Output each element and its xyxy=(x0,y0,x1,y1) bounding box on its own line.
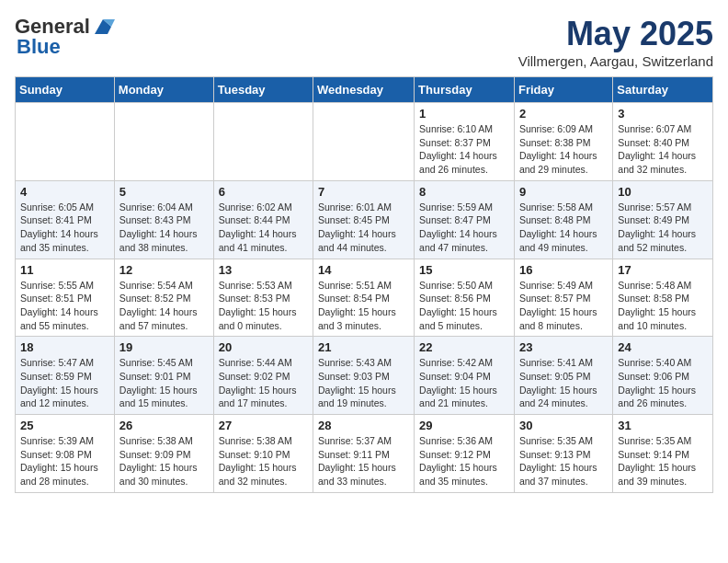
day-number: 8 xyxy=(419,185,509,199)
day-number: 28 xyxy=(318,419,409,432)
calendar-header-tuesday: Tuesday xyxy=(213,77,313,103)
calendar-cell: 3Sunrise: 6:07 AMSunset: 8:40 PMDaylight… xyxy=(613,103,713,181)
calendar-cell: 18Sunrise: 5:47 AMSunset: 8:59 PMDayligh… xyxy=(16,337,115,415)
day-number: 13 xyxy=(219,263,308,277)
day-number: 24 xyxy=(618,340,708,354)
day-number: 26 xyxy=(119,419,209,432)
logo-icon xyxy=(91,17,115,36)
calendar-cell: 1Sunrise: 6:10 AMSunset: 8:37 PMDaylight… xyxy=(415,103,515,181)
day-number: 22 xyxy=(419,340,509,354)
calendar-cell xyxy=(313,103,415,181)
day-number: 3 xyxy=(618,107,708,121)
calendar-header-wednesday: Wednesday xyxy=(313,77,415,103)
calendar-table: SundayMondayTuesdayWednesdayThursdayFrid… xyxy=(15,76,713,493)
day-number: 16 xyxy=(519,263,608,277)
calendar-cell: 21Sunrise: 5:43 AMSunset: 9:03 PMDayligh… xyxy=(313,337,415,415)
day-number: 15 xyxy=(419,263,509,277)
day-number: 6 xyxy=(219,185,308,199)
calendar-cell: 2Sunrise: 6:09 AMSunset: 8:38 PMDaylight… xyxy=(514,103,612,181)
calendar-cell: 8Sunrise: 5:59 AMSunset: 8:47 PMDaylight… xyxy=(415,180,515,259)
calendar-cell: 6Sunrise: 6:02 AMSunset: 8:44 PMDaylight… xyxy=(213,180,313,259)
day-number: 9 xyxy=(519,185,608,199)
calendar-cell: 15Sunrise: 5:50 AMSunset: 8:56 PMDayligh… xyxy=(415,259,515,337)
calendar-cell: 31Sunrise: 5:35 AMSunset: 9:14 PMDayligh… xyxy=(613,415,713,493)
day-number: 12 xyxy=(119,263,209,277)
calendar-cell: 28Sunrise: 5:37 AMSunset: 9:11 PMDayligh… xyxy=(313,415,415,493)
day-number: 10 xyxy=(618,185,708,199)
day-info: Sunrise: 5:57 AMSunset: 8:49 PMDaylight:… xyxy=(618,201,708,255)
calendar-header-monday: Monday xyxy=(114,77,213,103)
day-number: 11 xyxy=(20,263,109,277)
calendar-cell: 19Sunrise: 5:45 AMSunset: 9:01 PMDayligh… xyxy=(114,337,213,415)
day-info: Sunrise: 5:36 AMSunset: 9:12 PMDaylight:… xyxy=(419,434,509,488)
day-number: 7 xyxy=(318,185,409,199)
logo: General Blue xyxy=(15,15,116,59)
calendar-header-friday: Friday xyxy=(514,77,612,103)
day-info: Sunrise: 5:55 AMSunset: 8:51 PMDaylight:… xyxy=(20,279,109,333)
day-number: 21 xyxy=(318,340,409,354)
calendar-cell: 13Sunrise: 5:53 AMSunset: 8:53 PMDayligh… xyxy=(213,259,313,337)
day-number: 20 xyxy=(219,340,308,354)
day-info: Sunrise: 5:45 AMSunset: 9:01 PMDaylight:… xyxy=(119,356,209,410)
location: Villmergen, Aargau, Switzerland xyxy=(518,53,713,69)
calendar-cell: 17Sunrise: 5:48 AMSunset: 8:58 PMDayligh… xyxy=(613,259,713,337)
calendar-cell: 12Sunrise: 5:54 AMSunset: 8:52 PMDayligh… xyxy=(114,259,213,337)
day-info: Sunrise: 5:43 AMSunset: 9:03 PMDaylight:… xyxy=(318,356,409,410)
calendar-cell xyxy=(16,103,115,181)
day-info: Sunrise: 5:38 AMSunset: 9:09 PMDaylight:… xyxy=(119,434,209,488)
calendar-cell: 14Sunrise: 5:51 AMSunset: 8:54 PMDayligh… xyxy=(313,259,415,337)
day-info: Sunrise: 6:09 AMSunset: 8:38 PMDaylight:… xyxy=(519,122,608,177)
day-info: Sunrise: 5:39 AMSunset: 9:08 PMDaylight:… xyxy=(20,434,109,488)
calendar-header-saturday: Saturday xyxy=(613,77,713,103)
calendar-cell: 27Sunrise: 5:38 AMSunset: 9:10 PMDayligh… xyxy=(213,415,313,493)
page-header: General Blue May 2025 Villmergen, Aargau… xyxy=(15,15,713,69)
calendar-cell: 5Sunrise: 6:04 AMSunset: 8:43 PMDaylight… xyxy=(114,180,213,259)
calendar-cell: 24Sunrise: 5:40 AMSunset: 9:06 PMDayligh… xyxy=(613,337,713,415)
day-info: Sunrise: 5:35 AMSunset: 9:14 PMDaylight:… xyxy=(618,434,708,488)
calendar-cell: 22Sunrise: 5:42 AMSunset: 9:04 PMDayligh… xyxy=(415,337,515,415)
day-number: 23 xyxy=(519,340,608,354)
day-info: Sunrise: 5:44 AMSunset: 9:02 PMDaylight:… xyxy=(219,356,308,410)
day-number: 1 xyxy=(419,107,509,121)
day-number: 29 xyxy=(419,419,509,432)
calendar-week-4: 18Sunrise: 5:47 AMSunset: 8:59 PMDayligh… xyxy=(16,337,713,415)
calendar-cell: 10Sunrise: 5:57 AMSunset: 8:49 PMDayligh… xyxy=(613,180,713,259)
calendar-header-thursday: Thursday xyxy=(415,77,515,103)
calendar-cell: 9Sunrise: 5:58 AMSunset: 8:48 PMDaylight… xyxy=(514,180,612,259)
calendar-cell xyxy=(213,103,313,181)
logo-blue: Blue xyxy=(17,35,61,59)
day-info: Sunrise: 5:50 AMSunset: 8:56 PMDaylight:… xyxy=(419,279,509,333)
calendar-cell: 20Sunrise: 5:44 AMSunset: 9:02 PMDayligh… xyxy=(213,337,313,415)
day-info: Sunrise: 6:05 AMSunset: 8:41 PMDaylight:… xyxy=(20,201,109,255)
day-info: Sunrise: 5:38 AMSunset: 9:10 PMDaylight:… xyxy=(219,434,308,488)
day-info: Sunrise: 6:04 AMSunset: 8:43 PMDaylight:… xyxy=(119,201,209,255)
day-number: 30 xyxy=(519,419,608,432)
day-number: 4 xyxy=(20,185,109,199)
day-info: Sunrise: 5:51 AMSunset: 8:54 PMDaylight:… xyxy=(318,279,409,333)
day-info: Sunrise: 5:37 AMSunset: 9:11 PMDaylight:… xyxy=(318,434,409,488)
calendar-cell: 29Sunrise: 5:36 AMSunset: 9:12 PMDayligh… xyxy=(415,415,515,493)
calendar-week-5: 25Sunrise: 5:39 AMSunset: 9:08 PMDayligh… xyxy=(16,415,713,493)
calendar-cell: 11Sunrise: 5:55 AMSunset: 8:51 PMDayligh… xyxy=(16,259,115,337)
calendar-cell: 7Sunrise: 6:01 AMSunset: 8:45 PMDaylight… xyxy=(313,180,415,259)
day-number: 19 xyxy=(119,340,209,354)
day-info: Sunrise: 6:02 AMSunset: 8:44 PMDaylight:… xyxy=(219,201,308,255)
day-number: 27 xyxy=(219,419,308,432)
calendar-cell: 4Sunrise: 6:05 AMSunset: 8:41 PMDaylight… xyxy=(16,180,115,259)
calendar-header-sunday: Sunday xyxy=(16,77,115,103)
calendar-cell: 30Sunrise: 5:35 AMSunset: 9:13 PMDayligh… xyxy=(514,415,612,493)
day-info: Sunrise: 6:01 AMSunset: 8:45 PMDaylight:… xyxy=(318,201,409,255)
day-number: 5 xyxy=(119,185,209,199)
day-info: Sunrise: 5:42 AMSunset: 9:04 PMDaylight:… xyxy=(419,356,509,410)
day-info: Sunrise: 5:59 AMSunset: 8:47 PMDaylight:… xyxy=(419,201,509,255)
calendar-cell: 23Sunrise: 5:41 AMSunset: 9:05 PMDayligh… xyxy=(514,337,612,415)
day-number: 2 xyxy=(519,107,608,121)
calendar-week-2: 4Sunrise: 6:05 AMSunset: 8:41 PMDaylight… xyxy=(16,180,713,259)
day-info: Sunrise: 5:35 AMSunset: 9:13 PMDaylight:… xyxy=(519,434,608,488)
day-info: Sunrise: 5:54 AMSunset: 8:52 PMDaylight:… xyxy=(119,279,209,333)
day-info: Sunrise: 5:49 AMSunset: 8:57 PMDaylight:… xyxy=(519,279,608,333)
calendar-cell: 25Sunrise: 5:39 AMSunset: 9:08 PMDayligh… xyxy=(16,415,115,493)
calendar-cell: 16Sunrise: 5:49 AMSunset: 8:57 PMDayligh… xyxy=(514,259,612,337)
day-number: 18 xyxy=(20,340,109,354)
day-number: 25 xyxy=(20,419,109,432)
